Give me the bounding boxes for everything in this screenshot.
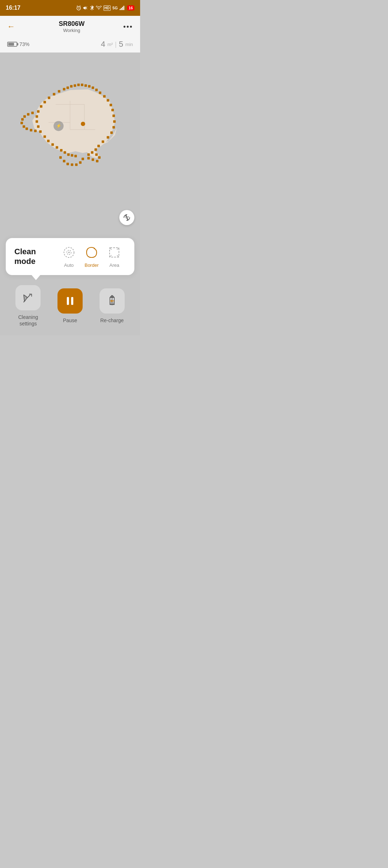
pause-icon <box>64 294 77 307</box>
header: ← SR806W Working ••• <box>0 16 140 37</box>
svg-rect-37 <box>96 160 98 162</box>
svg-rect-19 <box>95 88 98 91</box>
svg-rect-82 <box>71 297 73 305</box>
svg-rect-33 <box>91 151 93 154</box>
recharge-button[interactable]: Re-charge <box>100 288 125 324</box>
robot-position <box>81 122 85 126</box>
cleaning-settings-icon <box>15 285 41 310</box>
area-icon <box>107 245 121 260</box>
svg-rect-32 <box>94 148 97 151</box>
status-time: 16:17 <box>6 5 20 11</box>
svg-rect-39 <box>87 157 90 159</box>
network-badge: 5G <box>112 6 118 10</box>
svg-rect-56 <box>48 96 50 99</box>
svg-rect-18 <box>92 86 94 89</box>
svg-rect-70 <box>66 163 69 165</box>
svg-rect-54 <box>40 105 42 108</box>
svg-rect-57 <box>53 93 55 95</box>
clean-mode-label: Cleanmode <box>14 247 57 266</box>
svg-text:⚡: ⚡ <box>56 123 61 128</box>
svg-rect-11 <box>66 86 69 89</box>
auto-label: Auto <box>64 262 74 268</box>
rotate-icon: 90° <box>123 213 131 222</box>
hd-badge: HD <box>103 5 111 11</box>
svg-rect-21 <box>103 95 106 97</box>
svg-text:90°: 90° <box>125 216 129 219</box>
svg-point-79 <box>68 252 70 253</box>
svg-rect-43 <box>64 151 66 154</box>
status-icons: HD 5G 16 <box>76 5 134 11</box>
more-button[interactable]: ••• <box>123 23 133 31</box>
svg-rect-48 <box>43 135 46 138</box>
svg-rect-44 <box>60 149 63 151</box>
svg-rect-81 <box>67 297 69 305</box>
clean-option-area[interactable]: Area <box>107 245 121 268</box>
border-icon <box>84 245 99 260</box>
rotate-button[interactable]: 90° <box>119 210 134 225</box>
svg-rect-12 <box>70 85 73 87</box>
mute-icon <box>83 5 88 10</box>
recharge-label: Re-charge <box>100 317 124 324</box>
svg-rect-74 <box>82 157 84 160</box>
clean-option-auto[interactable]: Auto <box>62 245 76 268</box>
svg-rect-49 <box>39 130 42 133</box>
pause-button[interactable]: Pause <box>57 288 83 324</box>
pause-icon-bg <box>57 288 83 314</box>
svg-rect-29 <box>107 136 109 138</box>
svg-rect-14 <box>77 83 80 86</box>
svg-rect-63 <box>20 122 23 124</box>
svg-rect-60 <box>27 113 29 115</box>
svg-rect-73 <box>79 161 82 164</box>
svg-rect-64 <box>23 125 25 128</box>
svg-rect-65 <box>26 127 28 130</box>
svg-rect-69 <box>63 160 65 162</box>
clean-option-border[interactable]: Border <box>84 245 99 268</box>
pause-label: Pause <box>63 317 77 324</box>
svg-rect-62 <box>21 118 24 120</box>
svg-rect-25 <box>112 114 115 117</box>
svg-rect-24 <box>111 109 114 111</box>
device-name: SR806W <box>59 20 84 28</box>
alarm-icon <box>76 5 81 10</box>
back-button[interactable]: ← <box>7 22 20 31</box>
svg-rect-10 <box>63 88 65 90</box>
signal-icon <box>120 6 125 10</box>
bottom-action-bar: Cleaningsettings Pause Re-charge <box>0 275 140 335</box>
robot-map: ⚡ <box>13 76 128 191</box>
svg-rect-47 <box>47 140 50 142</box>
battery-icon <box>7 42 17 47</box>
svg-rect-59 <box>31 111 34 114</box>
svg-rect-42 <box>67 153 70 156</box>
svg-rect-36 <box>98 156 101 159</box>
svg-rect-23 <box>110 104 112 106</box>
clean-mode-options: Auto Border <box>57 245 126 268</box>
area-value: 4 <box>101 40 105 49</box>
status-bar: 16:17 HD 5G <box>0 0 140 16</box>
svg-rect-27 <box>112 126 115 128</box>
stats-divider: | <box>115 41 117 48</box>
time-value: 5 <box>119 40 123 49</box>
svg-rect-41 <box>71 154 73 156</box>
svg-rect-61 <box>23 115 26 118</box>
wifi-icon <box>96 6 102 10</box>
svg-rect-53 <box>37 110 40 113</box>
svg-rect-16 <box>84 84 87 87</box>
svg-rect-4 <box>123 6 124 10</box>
cleaning-settings-button[interactable]: Cleaningsettings <box>15 285 41 327</box>
svg-rect-26 <box>113 120 116 123</box>
svg-rect-2 <box>121 8 122 10</box>
stats-info: 4 m² | 5 min <box>101 40 133 49</box>
svg-rect-51 <box>36 120 38 123</box>
svg-rect-46 <box>51 143 54 146</box>
battery-info: 73% <box>7 41 29 47</box>
svg-rect-38 <box>92 158 94 161</box>
svg-rect-35 <box>95 153 98 156</box>
cleaning-settings-label: Cleaningsettings <box>18 314 38 327</box>
svg-rect-3 <box>122 7 123 10</box>
header-center: SR806W Working <box>59 20 84 33</box>
svg-rect-66 <box>30 129 32 131</box>
svg-rect-31 <box>97 145 100 147</box>
border-label: Border <box>84 262 98 268</box>
map-area: ⚡ 90° <box>0 52 140 232</box>
svg-rect-71 <box>71 163 73 166</box>
